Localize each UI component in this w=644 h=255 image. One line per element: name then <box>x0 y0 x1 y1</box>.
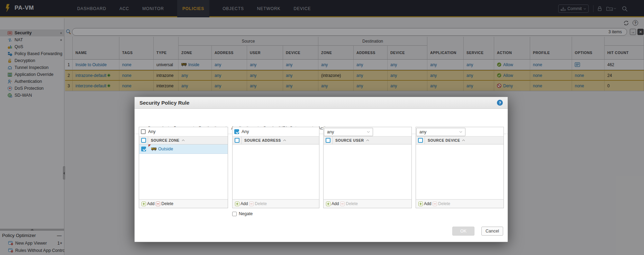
delete-address-button: Delete <box>249 201 267 206</box>
ok-button[interactable]: OK <box>452 227 474 236</box>
any-zone-checkbox[interactable] <box>141 129 146 134</box>
select-all-addresses-checkbox[interactable] <box>235 138 239 143</box>
add-zone-button[interactable]: Add <box>142 201 154 206</box>
edited-marker <box>148 144 151 147</box>
negate-checkbox[interactable] <box>232 212 237 216</box>
cancel-button[interactable]: Cancel <box>481 227 503 236</box>
add-device-button[interactable]: Add <box>418 201 431 206</box>
source-device-column-header[interactable]: SOURCE DEVICE <box>425 138 465 142</box>
source-address-panel: Any SOURCE ADDRESS Add <box>232 127 319 208</box>
source-device-list <box>416 144 504 199</box>
add-icon <box>142 202 146 206</box>
add-icon <box>418 202 423 206</box>
delete-icon <box>433 202 437 206</box>
source-address-list <box>233 144 319 199</box>
delete-icon <box>156 202 160 206</box>
source-user-panel: any SOURCE USER Add <box>323 127 412 208</box>
source-address-column-header[interactable]: SOURCE ADDRESS <box>242 138 286 142</box>
add-user-button[interactable]: Add <box>326 201 339 206</box>
source-device-panel: any SOURCE DEVICE Add <box>416 127 504 208</box>
delete-icon <box>340 202 345 206</box>
dialog-buttons: OK Cancel <box>135 227 508 236</box>
zone-icon <box>151 147 156 151</box>
pan-os-screen: PA-VM DASHBOARD ACC MONITOR POLICIES OBJ… <box>0 0 644 255</box>
delete-user-button: Delete <box>340 201 358 206</box>
chevron-down-icon <box>367 131 370 133</box>
source-zone-column-header[interactable]: SOURCE ZONE <box>148 138 185 142</box>
delete-device-button: Delete <box>433 201 450 206</box>
zone-list-item-outside[interactable]: Outside <box>139 144 228 154</box>
sort-asc-icon <box>182 139 185 141</box>
source-user-list <box>324 144 411 199</box>
add-address-button[interactable]: Add <box>235 201 248 206</box>
chevron-down-icon <box>459 131 462 133</box>
source-zone-list: Outside <box>139 144 228 199</box>
source-device-select[interactable]: any <box>416 128 465 136</box>
sort-asc-icon <box>283 139 286 141</box>
sort-asc-icon <box>462 139 465 141</box>
select-all-devices-checkbox[interactable] <box>418 138 423 143</box>
select-all-zones-checkbox[interactable] <box>141 138 146 143</box>
security-policy-rule-dialog: Security Policy Rule ? General| Source| … <box>134 97 508 242</box>
outside-checkbox[interactable] <box>141 147 146 151</box>
any-address-checkbox[interactable] <box>234 129 239 134</box>
source-user-column-header[interactable]: SOURCE USER <box>333 138 369 142</box>
select-all-users-checkbox[interactable] <box>326 138 330 143</box>
dialog-help-icon[interactable]: ? <box>497 100 503 106</box>
delete-icon <box>249 202 254 206</box>
add-icon <box>326 202 330 206</box>
add-icon <box>235 202 239 206</box>
dialog-title: Security Policy Rule <box>139 100 497 106</box>
sort-asc-icon <box>366 139 369 141</box>
dialog-header: Security Policy Rule ? <box>135 97 508 109</box>
source-user-select[interactable]: any <box>324 128 373 136</box>
negate-option: Negate <box>232 211 253 216</box>
source-zone-panel: Any SOURCE ZONE <box>139 127 228 208</box>
delete-zone-button[interactable]: Delete <box>156 201 173 206</box>
